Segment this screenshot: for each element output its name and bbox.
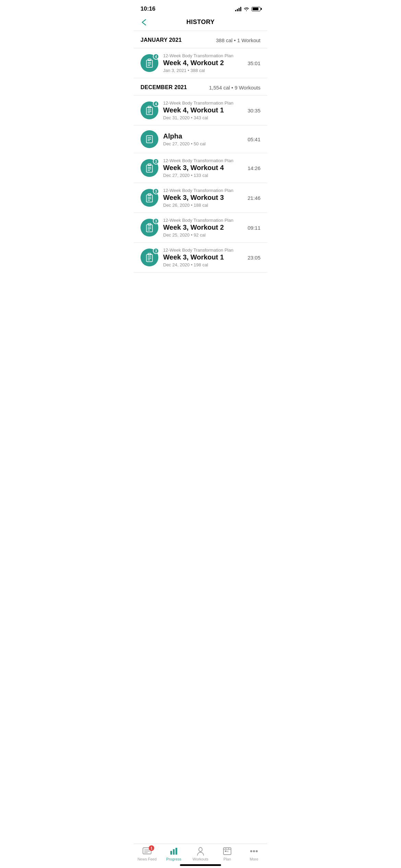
workout-icon: 3 xyxy=(141,159,158,177)
workout-icon: 3 xyxy=(141,189,158,207)
status-icons xyxy=(235,7,260,11)
workout-meta: Jan 3, 2021 • 388 cal xyxy=(163,68,244,73)
workout-badge: 3 xyxy=(153,218,159,224)
workout-info: 12-Week Body Transformation Plan Week 4,… xyxy=(163,53,244,73)
month-title-jan2021: JANUARY 2021 xyxy=(141,37,182,43)
page-title: HISTORY xyxy=(186,19,215,26)
workout-name: Week 3, Workout 4 xyxy=(163,164,244,172)
workout-meta: Dec 26, 2020 • 188 cal xyxy=(163,203,244,208)
workout-info: 12-Week Body Transformation Plan Week 3,… xyxy=(163,248,244,267)
workout-info: 12-Week Body Transformation Plan Week 4,… xyxy=(163,100,244,120)
workout-badge: 4 xyxy=(153,101,159,107)
workout-icon xyxy=(141,130,158,148)
back-button[interactable] xyxy=(141,19,149,26)
workout-meta: Dec 24, 2020 • 198 cal xyxy=(163,262,244,267)
battery-icon xyxy=(252,7,260,11)
workout-time: 30:35 xyxy=(247,108,260,113)
workout-name: Week 4, Workout 2 xyxy=(163,59,244,67)
workout-info: 12-Week Body Transformation Plan Week 3,… xyxy=(163,218,244,238)
workout-badge: 3 xyxy=(153,188,159,194)
workout-plan: 12-Week Body Transformation Plan xyxy=(163,188,244,193)
workout-icon: 3 xyxy=(141,249,158,266)
workout-item[interactable]: Alpha Dec 27, 2020 • 50 cal 05:41 xyxy=(134,125,267,153)
workout-info: 12-Week Body Transformation Plan Week 3,… xyxy=(163,158,244,178)
workout-icon: 4 xyxy=(141,54,158,72)
workout-name: Week 3, Workout 3 xyxy=(163,194,244,202)
workout-plan: 12-Week Body Transformation Plan xyxy=(163,158,244,163)
workout-info: Alpha Dec 27, 2020 • 50 cal xyxy=(163,132,244,146)
month-stats-dec2020: 1,554 cal • 9 Workouts xyxy=(209,85,260,91)
workout-item[interactable]: 3 12-Week Body Transformation Plan Week … xyxy=(134,183,267,213)
month-title-dec2020: DECEMBER 2021 xyxy=(141,84,187,91)
workout-name: Alpha xyxy=(163,132,244,140)
workout-time: 21:46 xyxy=(247,195,260,201)
workout-badge: 3 xyxy=(153,158,159,165)
workout-badge: 4 xyxy=(153,53,159,60)
month-header-dec2020: DECEMBER 2021 1,554 cal • 9 Workouts xyxy=(134,78,267,96)
signal-icon xyxy=(235,7,241,11)
workout-meta: Dec 25, 2020 • 92 cal xyxy=(163,232,244,238)
month-stats-jan2021: 388 cal • 1 Workout xyxy=(216,37,260,43)
workout-item[interactable]: 3 12-Week Body Transformation Plan Week … xyxy=(134,153,267,183)
content-area: JANUARY 2021 388 cal • 1 Workout 4 12-We… xyxy=(134,31,267,300)
workout-meta: Dec 27, 2020 • 50 cal xyxy=(163,141,244,146)
workout-badge: 3 xyxy=(153,248,159,254)
workout-name: Week 4, Workout 1 xyxy=(163,106,244,114)
workout-item[interactable]: 4 12-Week Body Transformation Plan Week … xyxy=(134,48,267,78)
workout-name: Week 3, Workout 1 xyxy=(163,253,244,261)
wifi-icon xyxy=(243,7,250,11)
workout-meta: Dec 27, 2020 • 133 cal xyxy=(163,173,244,178)
workout-time: 05:41 xyxy=(247,136,260,142)
workout-plan: 12-Week Body Transformation Plan xyxy=(163,100,244,106)
workout-icon: 4 xyxy=(141,101,158,119)
status-time: 10:16 xyxy=(141,5,155,12)
workout-plan: 12-Week Body Transformation Plan xyxy=(163,53,244,58)
workout-time: 09:11 xyxy=(247,225,260,231)
workout-info: 12-Week Body Transformation Plan Week 3,… xyxy=(163,188,244,208)
status-bar: 10:16 xyxy=(134,0,267,15)
page-header: HISTORY xyxy=(134,15,267,31)
workout-time: 14:26 xyxy=(247,165,260,171)
workout-name: Week 3, Workout 2 xyxy=(163,224,244,231)
month-header-jan2021: JANUARY 2021 388 cal • 1 Workout xyxy=(134,31,267,48)
workout-time: 35:01 xyxy=(247,60,260,66)
workout-item[interactable]: 3 12-Week Body Transformation Plan Week … xyxy=(134,213,267,243)
workout-meta: Dec 31, 2020 • 343 cal xyxy=(163,115,244,120)
workout-time: 23:05 xyxy=(247,255,260,261)
workout-plan: 12-Week Body Transformation Plan xyxy=(163,218,244,223)
workout-item[interactable]: 3 12-Week Body Transformation Plan Week … xyxy=(134,243,267,273)
workout-plan: 12-Week Body Transformation Plan xyxy=(163,248,244,253)
workout-item[interactable]: 4 12-Week Body Transformation Plan Week … xyxy=(134,96,267,125)
workout-icon: 3 xyxy=(141,219,158,237)
